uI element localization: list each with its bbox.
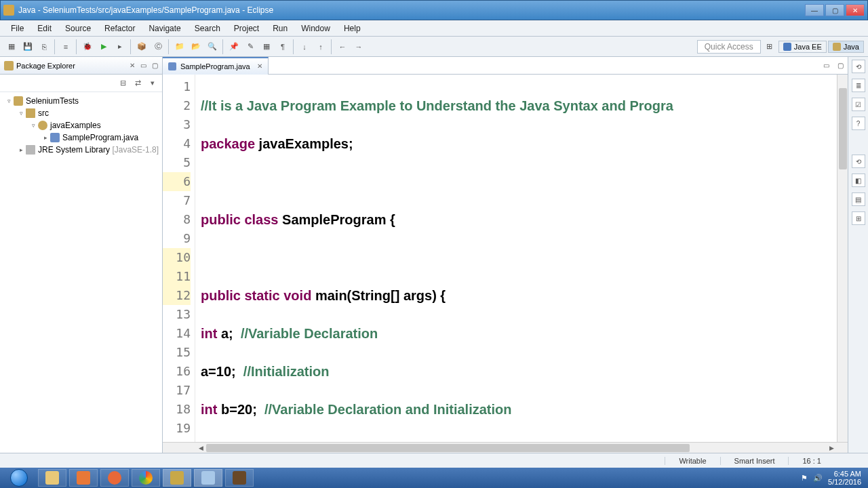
project-tree[interactable]: ▿SeleniumTests ▿src ▿javaExamples ▸Sampl… (0, 92, 162, 453)
menu-edit[interactable]: Edit (31, 22, 58, 35)
menu-search[interactable]: Search (188, 22, 227, 35)
new-class-icon[interactable]: Ⓒ (151, 39, 165, 54)
code-editor[interactable]: //It is a Java Program Example to Unders… (195, 75, 848, 442)
tray-volume-icon[interactable]: 🔊 (813, 474, 823, 483)
editor-tab-close-icon[interactable]: ✕ (257, 62, 262, 70)
back-icon[interactable]: ← (335, 39, 350, 54)
tree-java-file[interactable]: ▸SampleProgram.java (1, 131, 161, 144)
start-button[interactable] (3, 469, 35, 487)
toggle-mark-icon[interactable]: ✎ (243, 39, 258, 54)
taskbar-app2[interactable] (194, 469, 222, 487)
new-package-icon[interactable]: 📦 (134, 39, 149, 54)
view-icon-2[interactable]: ◧ (852, 174, 865, 187)
quick-access-input[interactable]: Quick Access (697, 40, 761, 54)
vertical-scrollbar[interactable] (837, 75, 848, 442)
save-all-icon[interactable]: ⎘ (37, 39, 52, 54)
open-perspective-icon[interactable]: ⊞ (762, 39, 777, 54)
editor-maximize-icon[interactable]: ▢ (833, 62, 848, 69)
menu-help[interactable]: Help (337, 22, 368, 35)
link-editor-icon[interactable]: ⇄ (132, 78, 143, 89)
tray-time: 6:45 AM (828, 470, 861, 478)
menu-bar: File Edit Source Refactor Navigate Searc… (0, 20, 868, 37)
open-task-icon[interactable]: 📂 (189, 39, 203, 54)
debug-icon[interactable]: 🐞 (80, 39, 95, 54)
window-titlebar: Java - SeleniumTests/src/javaExamples/Sa… (0, 0, 868, 20)
new-icon[interactable]: ▦ (4, 39, 19, 54)
toggle-breadcrumb-icon[interactable]: ≡ (58, 39, 73, 54)
next-annotation-icon[interactable]: ↓ (297, 39, 312, 54)
tree-jre[interactable]: ▸JRE System Library [JavaSE-1.8] (1, 144, 161, 156)
restore-icon[interactable]: ⟲ (852, 60, 865, 73)
perspective-java[interactable]: Java (828, 41, 864, 53)
editor-tab-label: SampleProgram.java (180, 62, 250, 70)
package-explorer-icon (4, 61, 14, 70)
view-close-icon[interactable]: ✕ (130, 62, 135, 69)
menu-refactor[interactable]: Refactor (98, 22, 142, 35)
view-menu-icon[interactable]: ▾ (147, 78, 158, 89)
view-icon-3[interactable]: ▤ (852, 192, 865, 206)
editor-minimize-icon[interactable]: ▭ (819, 62, 833, 69)
search-icon[interactable]: 🔍 (205, 39, 220, 54)
menu-project[interactable]: Project (227, 22, 266, 35)
editor-tab[interactable]: SampleProgram.java ✕ (163, 57, 269, 75)
menu-navigate[interactable]: Navigate (142, 22, 187, 35)
tasklist-icon[interactable]: ☑ (852, 98, 865, 111)
show-whitespace-icon[interactable]: ¶ (275, 39, 290, 54)
run-icon[interactable]: ▶ (96, 39, 111, 54)
view-maximize-icon[interactable]: ▢ (152, 62, 158, 69)
taskbar-app3[interactable] (225, 469, 254, 487)
horizontal-scrollbar[interactable]: ◀ ▶ (163, 442, 848, 453)
open-type-icon[interactable]: 📁 (172, 39, 187, 54)
taskbar-mediaplayer[interactable] (69, 469, 98, 487)
maximize-button[interactable]: ▢ (825, 4, 844, 16)
package-explorer-title: Package Explorer (16, 62, 127, 70)
tree-project[interactable]: ▿SeleniumTests (1, 95, 161, 107)
forward-icon[interactable]: → (351, 39, 366, 54)
menu-run[interactable]: Run (266, 22, 294, 35)
package-explorer-view: Package Explorer ✕ ▭ ▢ ⊟ ⇄ ▾ ▿SeleniumTe… (0, 57, 163, 453)
view-icon-4[interactable]: ⊞ (852, 211, 865, 225)
run-last-icon[interactable]: ▸ (113, 39, 127, 54)
outline-icon[interactable]: ≣ (852, 79, 865, 92)
line-number-gutter[interactable]: 12345 6789 10111213 141516171819 (163, 75, 195, 442)
prev-annotation-icon[interactable]: ↑ (313, 39, 328, 54)
main-toolbar: ▦ 💾 ⎘ ≡ 🐞 ▶ ▸ 📦 Ⓒ 📁 📂 🔍 📌 ✎ ▦ ¶ ↓ ↑ ← → … (0, 37, 868, 57)
toggle-block-icon[interactable]: ▦ (259, 39, 274, 54)
status-writable: Writable (665, 457, 719, 465)
taskbar-chrome[interactable] (132, 469, 160, 487)
collapse-all-icon[interactable]: ⊟ (117, 78, 128, 89)
taskbar-app1[interactable] (163, 469, 191, 487)
taskbar-explorer[interactable] (38, 469, 66, 487)
taskbar-firefox[interactable] (100, 469, 129, 487)
status-bar: Writable Smart Insert 16 : 1 (0, 453, 868, 468)
perspective-javaee[interactable]: Java EE (778, 41, 827, 53)
status-cursor-position: 16 : 1 (788, 457, 835, 465)
system-tray[interactable]: ⚑ 🔊 6:45 AM 5/12/2016 (801, 470, 865, 486)
menu-window[interactable]: Window (294, 22, 337, 35)
status-insert-mode: Smart Insert (720, 457, 789, 465)
save-icon[interactable]: 💾 (20, 39, 35, 54)
java-file-icon (168, 62, 176, 70)
right-toolbar-strip: ⟲ ≣ ☑ ? ⟲ ◧ ▤ ⊞ (848, 57, 868, 453)
app-icon (3, 5, 14, 16)
tray-date: 5/12/2016 (828, 478, 861, 486)
editor-area: SampleProgram.java ✕ ▭ ▢ 12345 6789 1011… (163, 57, 848, 453)
tree-package[interactable]: ▿javaExamples (1, 119, 161, 131)
menu-source[interactable]: Source (58, 22, 98, 35)
menu-file[interactable]: File (4, 22, 31, 35)
cheatsheet-icon[interactable]: ? (852, 117, 865, 130)
windows-taskbar: ⚑ 🔊 6:45 AM 5/12/2016 (0, 468, 868, 488)
view-icon-1[interactable]: ⟲ (852, 155, 865, 168)
tray-flag-icon[interactable]: ⚑ (801, 474, 808, 483)
tree-src[interactable]: ▿src (1, 107, 161, 119)
pin-icon[interactable]: 📌 (226, 39, 241, 54)
minimize-button[interactable]: — (805, 4, 824, 16)
window-title: Java - SeleniumTests/src/javaExamples/Sa… (18, 5, 805, 15)
view-minimize-icon[interactable]: ▭ (140, 62, 146, 69)
close-button[interactable]: ✕ (846, 4, 865, 16)
